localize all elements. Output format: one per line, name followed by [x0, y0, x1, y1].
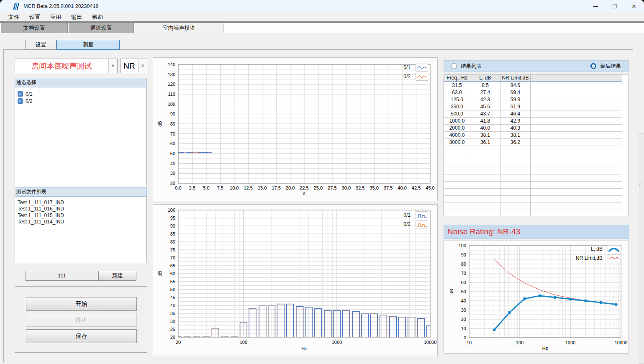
table-cell [591, 139, 622, 146]
svg-text:40: 40 [170, 303, 175, 308]
file-list-item[interactable]: Test 1_111_014_IND [18, 219, 146, 225]
close-icon: ✕ [632, 3, 636, 10]
svg-text:7.5: 7.5 [217, 185, 223, 190]
table-cell [470, 167, 500, 174]
table-cell [470, 189, 500, 196]
table-cell: 63.0 [444, 89, 470, 96]
radio-result-list[interactable]: 结果列表 [451, 61, 482, 72]
menu-item-输出[interactable]: 输出 [66, 13, 87, 21]
table-row: 500.043.746.4 [444, 110, 629, 118]
tab-strip: 文档设置 通道设置 室内噪声模块 [0, 21, 644, 33]
svg-text:45.0: 45.0 [426, 185, 434, 190]
save-button[interactable]: 保存 [26, 329, 137, 343]
subtab-measure[interactable]: 测量 [56, 40, 120, 50]
start-button[interactable]: 开始 [26, 297, 137, 311]
table-cell: 36.2 [500, 139, 531, 146]
table-cell: 38.1 [470, 132, 500, 139]
table-cell [531, 96, 561, 103]
table-cell [444, 167, 470, 174]
table-cell [561, 118, 591, 125]
table-cell: 4000.0 [444, 132, 470, 139]
table-cell [561, 96, 591, 103]
rating-type-combobox[interactable]: NR ˅ [120, 59, 147, 73]
checkbox-icon[interactable]: ✓ [18, 91, 23, 97]
table-cell [500, 153, 531, 160]
svg-text:10: 10 [461, 326, 466, 331]
svg-text:90: 90 [170, 223, 175, 228]
close-button[interactable]: ✕ [624, 0, 644, 13]
table-row [444, 167, 629, 174]
menu-item-帮助[interactable]: 帮助 [87, 13, 108, 21]
table-cell [500, 189, 531, 196]
radio-last-result[interactable]: 最后结果 [590, 61, 621, 72]
file-list-item[interactable]: Test 1_111_016_IND [18, 206, 146, 212]
legend-entry: NR Limit,dB [576, 254, 620, 262]
table-cell: 2000.0 [444, 125, 470, 132]
tab-room-noise-module[interactable]: 室内噪声模块 [135, 23, 223, 33]
table-cell: 40.3 [500, 125, 531, 132]
checkbox-icon[interactable]: ✓ [18, 98, 23, 104]
legend-bars-icon [416, 211, 428, 219]
file-list-item[interactable]: Test 1_111_015_IND [18, 213, 146, 219]
svg-text:0: 0 [464, 335, 466, 340]
tab-document-settings[interactable]: 文档设置 [1, 23, 68, 33]
table-cell: 46.4 [500, 110, 531, 118]
legend-label: 0/1 [403, 64, 411, 70]
svg-text:85: 85 [170, 231, 175, 236]
table-cell: 31.5 [444, 82, 470, 89]
radio-last-result-label: 最后结果 [600, 63, 621, 70]
svg-text:100: 100 [459, 243, 466, 248]
legend-zigzag-icon [608, 254, 620, 262]
svg-text:Hz: Hz [301, 346, 307, 351]
chevron-down-icon: ˅ [138, 59, 147, 73]
noise-rating-text: Noise Rating: NR-43 [444, 227, 520, 236]
test-type-combobox[interactable]: 房间本底噪声测试 ˅ [15, 59, 118, 73]
svg-text:2.5: 2.5 [189, 185, 195, 190]
table-cell [561, 146, 591, 153]
legend-entry: L, dB [576, 245, 620, 253]
new-button[interactable]: 新建 [98, 271, 136, 281]
legend-entry: 0/1 [403, 211, 428, 219]
table-cell [531, 146, 561, 153]
table-cell [591, 189, 622, 196]
stop-button: 停止 [26, 313, 137, 327]
nr-chart-panel: 010203040506070809010010100100010000dBHz… [444, 241, 629, 354]
table-cell [561, 103, 591, 110]
svg-text:1000: 1000 [565, 340, 575, 345]
file-name-input[interactable]: 111 [26, 271, 98, 281]
table-cell [500, 146, 531, 153]
svg-text:30: 30 [170, 171, 175, 176]
legend-entry: 0/2 [403, 72, 428, 81]
svg-text:40: 40 [170, 161, 175, 166]
svg-text:dB: dB [157, 121, 162, 126]
table-cell [531, 82, 561, 89]
radio-icon[interactable] [451, 63, 457, 69]
table-cell [500, 167, 531, 174]
svg-text:50: 50 [461, 289, 466, 294]
table-cell [531, 182, 561, 189]
menu-item-设置[interactable]: 设置 [24, 13, 45, 21]
table-cell [500, 174, 531, 182]
collapse-splitter[interactable]: ‹ [638, 133, 644, 364]
table-row [444, 189, 629, 196]
channel-row[interactable]: ✓0/2 [15, 97, 146, 105]
time-chart-legend: 0/10/2 [403, 63, 428, 81]
subtab-settings[interactable]: 设置 [25, 40, 56, 50]
table-cell [444, 210, 470, 216]
table-cell [470, 174, 500, 182]
table-cell [470, 196, 500, 203]
minimize-button[interactable] [586, 0, 605, 13]
radio-icon[interactable] [590, 63, 596, 69]
menu-item-文件[interactable]: 文件 [3, 13, 24, 21]
channel-row[interactable]: ✓0/1 [15, 90, 146, 97]
svg-text:12.5: 12.5 [244, 185, 253, 190]
file-list-item[interactable]: Test 1_111_017_IND [18, 200, 146, 206]
table-cell [531, 210, 561, 216]
maximize-button[interactable] [605, 0, 624, 13]
table-cell [591, 182, 622, 189]
tab-channel-settings[interactable]: 通道设置 [69, 23, 134, 33]
table-cell: 42.3 [470, 96, 500, 103]
menu-item-应用[interactable]: 应用 [45, 13, 66, 21]
table-cell [561, 167, 591, 174]
svg-text:100: 100 [516, 340, 523, 345]
